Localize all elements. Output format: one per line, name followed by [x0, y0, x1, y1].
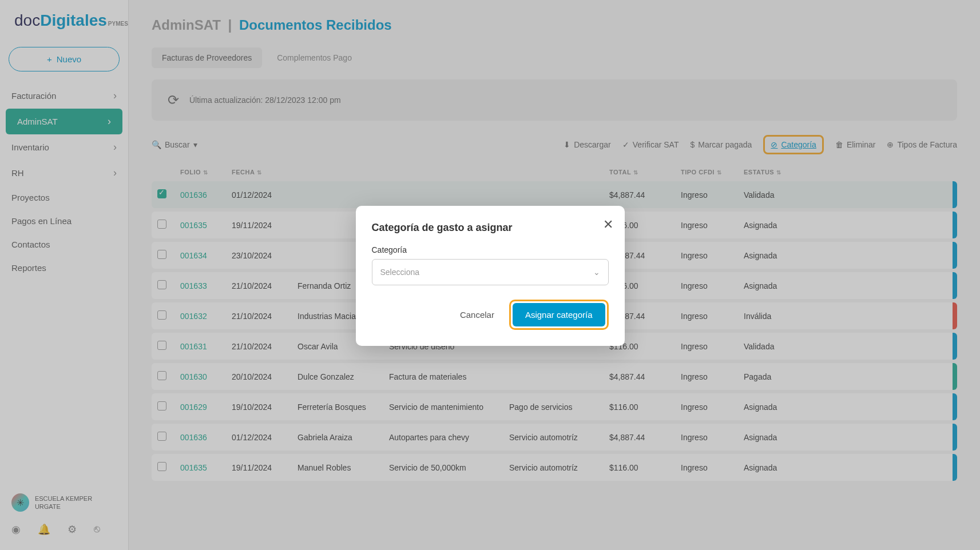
cancel-button[interactable]: Cancelar: [451, 304, 503, 325]
category-modal: Categoría de gasto a asignar ✕ Categoría…: [356, 206, 625, 346]
category-select[interactable]: Selecciona ⌄: [372, 259, 609, 285]
modal-title: Categoría de gasto a asignar: [372, 222, 609, 234]
assign-category-button[interactable]: Asignar categoría: [513, 303, 605, 326]
close-icon[interactable]: ✕: [603, 217, 613, 232]
category-label: Categoría: [372, 245, 609, 254]
assign-button-highlight: Asignar categoría: [509, 300, 609, 330]
chevron-down-icon: ⌄: [593, 268, 600, 277]
